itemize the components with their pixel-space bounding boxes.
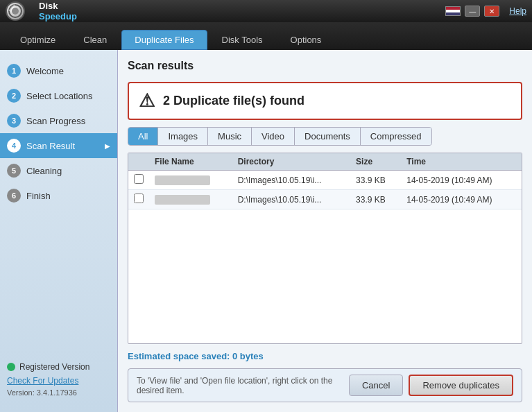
row-directory: D:\Images\10.05.19\i... <box>232 190 350 209</box>
app-title: Disk Speedup <box>39 1 77 22</box>
col-size: Size <box>350 153 401 171</box>
col-filename: File Name <box>149 153 232 171</box>
app-logo <box>6 1 33 21</box>
alert-icon: ⚠ <box>139 90 155 112</box>
row-filename: ████████ <box>149 171 232 190</box>
row-checkbox-cell[interactable] <box>128 171 149 190</box>
title-bar: Disk Speedup — ✕ Help <box>0 0 532 22</box>
sidebar-label-select-locations: Select Locations <box>26 91 92 101</box>
alert-box: ⚠ 2 Duplicate file(s) found <box>128 82 522 120</box>
tab-duplicate-files[interactable]: Duplicate Files <box>121 30 207 50</box>
active-arrow-icon: ▶ <box>105 142 110 150</box>
sidebar-item-welcome[interactable]: 1 Welcome <box>0 58 117 83</box>
action-hint: To 'View file' and 'Open file location',… <box>137 376 342 395</box>
row-checkbox-cell[interactable] <box>128 190 149 209</box>
sidebar-item-scan-progress[interactable]: 3 Scan Progress <box>0 108 117 133</box>
sidebar-bottom: Registered Version Check For Updates Ver… <box>0 355 117 404</box>
registered-version: Registered Version <box>7 362 110 372</box>
estimated-space: Estimated space saved: 0 bytes <box>128 351 522 361</box>
close-button[interactable]: ✕ <box>484 6 499 17</box>
remove-duplicates-button[interactable]: Remove duplicates <box>409 375 513 396</box>
registered-label: Registered Version <box>19 362 89 372</box>
row-time: 14-05-2019 (10:49 AM) <box>401 171 522 190</box>
sidebar-item-select-locations[interactable]: 2 Select Locations <box>0 83 117 108</box>
tab-optimize[interactable]: Optimize <box>7 30 69 50</box>
app-header: Disk Speedup <box>6 1 77 22</box>
filter-tab-music[interactable]: Music <box>208 128 252 145</box>
svg-point-1 <box>12 8 19 15</box>
sidebar-item-scan-result[interactable]: 4 Scan Result ▶ <box>0 133 117 158</box>
action-buttons: Cancel Remove duplicates <box>349 375 513 396</box>
nav-bar: Optimize Clean Duplicate Files Disk Tool… <box>0 22 532 50</box>
row-filename: ████████ <box>149 190 232 209</box>
estimated-value: 0 bytes <box>232 351 264 361</box>
cancel-button[interactable]: Cancel <box>349 375 403 396</box>
page-title: Scan results <box>128 60 522 72</box>
step-badge-3: 3 <box>7 114 21 128</box>
language-flag[interactable] <box>445 6 461 16</box>
filter-tab-images[interactable]: Images <box>158 128 208 145</box>
step-badge-4: 4 <box>7 139 21 153</box>
sidebar-label-welcome: Welcome <box>26 66 64 76</box>
sidebar-item-finish[interactable]: 6 Finish <box>0 183 117 208</box>
table-row: ████████ D:\Images\10.05.19\i... 33.9 KB… <box>128 190 522 209</box>
col-time: Time <box>401 153 522 171</box>
step-badge-5: 5 <box>7 164 21 178</box>
col-checkbox <box>128 153 149 171</box>
version-label: Version: 3.4.1.17936 <box>7 388 110 397</box>
action-bar: To 'View file' and 'Open file location',… <box>128 368 522 402</box>
logo-circle <box>6 1 25 21</box>
help-link[interactable]: Help <box>509 6 526 16</box>
file-table-wrapper: File Name Directory Size Time ████████ D… <box>128 153 522 344</box>
filter-tabs: All Images Music Video Documents Compres… <box>128 127 432 146</box>
sidebar: 1 Welcome 2 Select Locations 3 Scan Prog… <box>0 50 118 412</box>
step-badge-6: 6 <box>7 189 21 203</box>
alert-text: 2 Duplicate file(s) found <box>163 94 304 108</box>
table-row: ████████ D:\Images\10.05.19\i... 33.9 KB… <box>128 171 522 190</box>
filter-tab-documents[interactable]: Documents <box>295 128 361 145</box>
sidebar-label-scan-progress: Scan Progress <box>26 116 85 126</box>
minimize-button[interactable]: — <box>465 6 480 17</box>
row-time: 14-05-2019 (10:49 AM) <box>401 190 522 209</box>
row-directory: D:\Images\10.05.19\i... <box>232 171 350 190</box>
sidebar-label-cleaning: Cleaning <box>26 166 62 176</box>
col-directory: Directory <box>232 153 350 171</box>
filter-tab-compressed[interactable]: Compressed <box>361 128 431 145</box>
file-checkbox[interactable] <box>134 194 144 203</box>
file-table: File Name Directory Size Time ████████ D… <box>128 153 522 209</box>
row-size: 33.9 KB <box>350 171 401 190</box>
tab-options[interactable]: Options <box>277 30 335 50</box>
title-bar-controls: — ✕ Help <box>445 6 526 17</box>
tab-disk-tools[interactable]: Disk Tools <box>209 30 276 50</box>
sidebar-label-finish: Finish <box>26 191 51 201</box>
check-updates-link[interactable]: Check For Updates <box>7 376 110 386</box>
tab-clean[interactable]: Clean <box>70 30 120 50</box>
row-size: 33.9 KB <box>350 190 401 209</box>
step-badge-1: 1 <box>7 64 21 78</box>
filter-tab-video[interactable]: Video <box>252 128 295 145</box>
estimated-label: Estimated space saved: <box>128 351 230 361</box>
file-checkbox[interactable] <box>134 174 144 184</box>
registered-icon <box>7 363 15 371</box>
sidebar-item-cleaning[interactable]: 5 Cleaning <box>0 158 117 183</box>
sidebar-label-scan-result: Scan Result <box>26 141 75 151</box>
content-area: Scan results ⚠ 2 Duplicate file(s) found… <box>118 50 532 412</box>
filter-tab-all[interactable]: All <box>128 128 158 145</box>
main-container: 1 Welcome 2 Select Locations 3 Scan Prog… <box>0 50 532 412</box>
step-badge-2: 2 <box>7 89 21 103</box>
